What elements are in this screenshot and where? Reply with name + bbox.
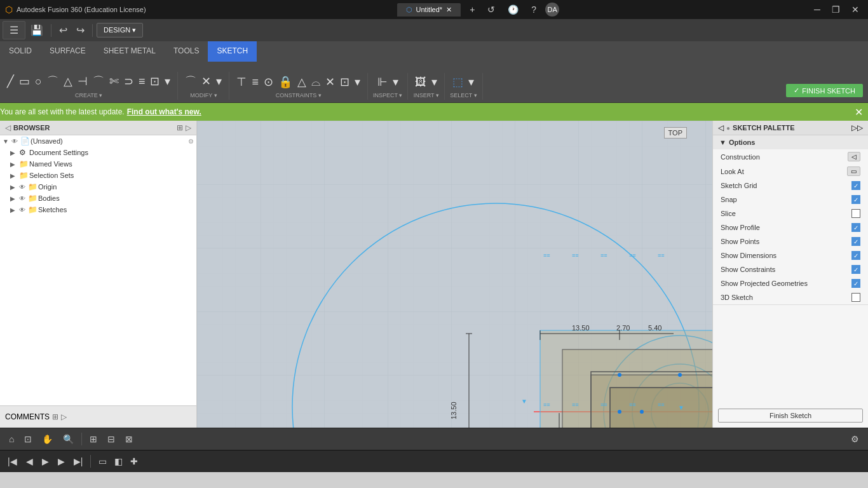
trim-tool-button[interactable]: ✄ xyxy=(107,72,121,90)
save-button[interactable]: 💾 xyxy=(27,22,47,39)
history-button[interactable]: 🕐 xyxy=(504,3,522,16)
palette-row-3d-sketch[interactable]: 3D Sketch xyxy=(713,290,868,304)
tab-solid[interactable]: SOLID xyxy=(0,41,41,62)
new-tab-button[interactable]: + xyxy=(466,3,478,16)
arc-tool-button[interactable]: ⌒ xyxy=(45,72,60,91)
zoom-button[interactable]: 🔍 xyxy=(59,431,78,447)
tab-sketch[interactable]: SKETCH xyxy=(208,41,257,62)
palette-row-show-points[interactable]: Show Points ✓ xyxy=(713,234,868,248)
fit-button[interactable]: ⊡ xyxy=(20,431,36,447)
browser-collapse-button[interactable]: ◁ xyxy=(5,123,11,132)
palette-row-look-at[interactable]: Look At ▭ xyxy=(713,164,868,179)
timeline-icon-2[interactable]: ◧ xyxy=(112,455,125,468)
tree-arrow-named-views[interactable]: ▶ xyxy=(10,161,19,168)
help-button[interactable]: ? xyxy=(527,3,540,16)
tree-item-named-views[interactable]: ▶ 📁 Named Views xyxy=(0,158,196,170)
settings-button[interactable]: ⚙ xyxy=(847,431,863,447)
tab-close-icon[interactable]: ✕ xyxy=(446,6,452,14)
user-avatar[interactable]: DA xyxy=(545,3,559,17)
trim-modify-button[interactable]: ✕ xyxy=(200,72,213,90)
timeline-icon-1[interactable]: ▭ xyxy=(96,455,109,468)
fix-button[interactable]: 🔒 xyxy=(276,73,294,91)
show-projected-checkbox[interactable]: ✓ xyxy=(851,279,860,288)
tree-arrow-sketches[interactable]: ▶ xyxy=(10,207,19,214)
more-inspect-button[interactable]: ▾ xyxy=(391,73,400,91)
canvas-area[interactable]: 13.50 2.70 5.40 5.40 13.50 8. xyxy=(197,121,712,428)
tree-eye-sketches[interactable]: 👁 xyxy=(19,207,28,214)
timeline-start-button[interactable]: |◀ xyxy=(5,455,20,468)
tree-arrow-root[interactable]: ▼ xyxy=(3,138,11,145)
timeline-icon-3[interactable]: ✚ xyxy=(128,455,140,468)
palette-expand-button[interactable]: ▷▷ xyxy=(851,123,863,132)
tree-item-bodies[interactable]: ▶ 👁 📁 Bodies xyxy=(0,193,196,204)
palette-row-show-constraints[interactable]: Show Constraints ✓ xyxy=(713,262,868,276)
more-create-button[interactable]: ▾ xyxy=(163,72,172,90)
browser-pin-button[interactable]: ⊞ xyxy=(177,123,183,132)
close-button[interactable]: ✕ xyxy=(848,3,863,16)
finish-sketch-toolbar-button[interactable]: ✓ FINISH SKETCH xyxy=(786,84,863,97)
insert-image-button[interactable]: 🖼 xyxy=(413,74,428,91)
rect-tool-button[interactable]: ▭ xyxy=(17,72,32,90)
tree-eye-bodies[interactable]: 👁 xyxy=(19,195,28,202)
project-tool-button[interactable]: ⊃ xyxy=(122,72,135,90)
tree-arrow-bodies[interactable]: ▶ xyxy=(10,195,19,202)
palette-row-slice[interactable]: Slice xyxy=(713,207,868,220)
line-tool-button[interactable]: ╱ xyxy=(5,72,16,90)
minimize-button[interactable]: ─ xyxy=(810,3,824,16)
palette-row-construction[interactable]: Construction ◁ xyxy=(713,149,868,164)
tree-item-origin[interactable]: ▶ 👁 📁 Origin xyxy=(0,181,196,193)
coincident-button[interactable]: ⊤ xyxy=(234,73,248,91)
fillet-button[interactable]: ⌒ xyxy=(183,72,198,91)
sketch-grid-checkbox[interactable]: ✓ xyxy=(851,181,860,190)
look-at-icon-button[interactable]: ▭ xyxy=(847,166,860,176)
more-constraints-button[interactable]: ▾ xyxy=(353,73,362,91)
timeline-play-button[interactable]: ▶ xyxy=(39,455,51,468)
finish-sketch-palette-button[interactable]: Finish Sketch xyxy=(718,409,863,423)
show-constraints-checkbox[interactable]: ✓ xyxy=(851,265,860,274)
pan-button[interactable]: ✋ xyxy=(38,431,57,447)
palette-options-header[interactable]: ▼ Options xyxy=(713,135,868,149)
environment-button[interactable]: ⊠ xyxy=(121,431,137,447)
tab-sheet-metal[interactable]: SHEET METAL xyxy=(95,41,165,62)
offset-tool-button[interactable]: ⌒ xyxy=(91,72,106,91)
more-select-button[interactable]: ▾ xyxy=(466,73,476,91)
display-settings-button[interactable]: ⊞ xyxy=(86,431,101,447)
more-insert-button[interactable]: ▾ xyxy=(430,73,439,91)
tree-item-sketches[interactable]: ▶ 👁 📁 Sketches xyxy=(0,204,196,215)
palette-row-show-dimensions[interactable]: Show Dimensions ✓ xyxy=(713,248,868,262)
redo-button[interactable]: ↪ xyxy=(72,22,88,39)
slice-checkbox[interactable] xyxy=(851,209,860,218)
browser-expand-button[interactable]: ▷ xyxy=(186,123,191,132)
design-menu-button[interactable]: DESIGN ▾ xyxy=(97,23,143,37)
tree-item-selection-sets[interactable]: ▶ 📁 Selection Sets xyxy=(0,170,196,181)
tree-eye-origin[interactable]: 👁 xyxy=(19,184,28,191)
palette-row-sketch-grid[interactable]: Sketch Grid ✓ xyxy=(713,179,868,193)
mirror-tool-button[interactable]: ⊣ xyxy=(76,72,90,90)
comments-expand-button[interactable]: ▷ xyxy=(61,412,67,421)
tab-untitled[interactable]: ⬡ Untitled* ✕ xyxy=(397,3,461,17)
3d-sketch-checkbox[interactable] xyxy=(851,293,860,302)
palette-collapse-button[interactable]: ◁ xyxy=(718,123,724,132)
palette-row-show-projected[interactable]: Show Projected Geometries ✓ xyxy=(713,276,868,290)
undo-button[interactable]: ↩ xyxy=(55,22,71,39)
sketch-dim-button[interactable]: ⊡ xyxy=(148,72,161,90)
text-tool-button[interactable]: ≡ xyxy=(137,73,147,90)
parallel-button[interactable]: △ xyxy=(295,73,308,91)
snap-checkbox[interactable]: ✓ xyxy=(851,195,860,204)
timeline-prev-button[interactable]: ◀ xyxy=(24,455,36,468)
tree-arrow-doc-settings[interactable]: ▶ xyxy=(10,149,19,156)
show-dimensions-checkbox[interactable]: ✓ xyxy=(851,251,860,260)
show-points-checkbox[interactable]: ✓ xyxy=(851,237,860,246)
tree-arrow-origin[interactable]: ▶ xyxy=(10,184,19,191)
notification-close-button[interactable]: ✕ xyxy=(855,106,863,118)
timeline-end-button[interactable]: ▶| xyxy=(71,455,86,468)
refresh-button[interactable]: ↺ xyxy=(484,3,499,16)
tab-surface[interactable]: SURFACE xyxy=(41,41,95,62)
notification-link[interactable]: Find out what's new. xyxy=(127,107,201,116)
tree-arrow-selection-sets[interactable]: ▶ xyxy=(10,172,19,179)
tree-settings-root[interactable]: ⚙ xyxy=(188,138,194,145)
collinear-button[interactable]: ≡ xyxy=(250,74,261,91)
file-menu-button[interactable]: ☰ xyxy=(3,21,25,39)
select-button[interactable]: ⬚ xyxy=(451,73,465,91)
home-view-button[interactable]: ⌂ xyxy=(5,431,18,447)
